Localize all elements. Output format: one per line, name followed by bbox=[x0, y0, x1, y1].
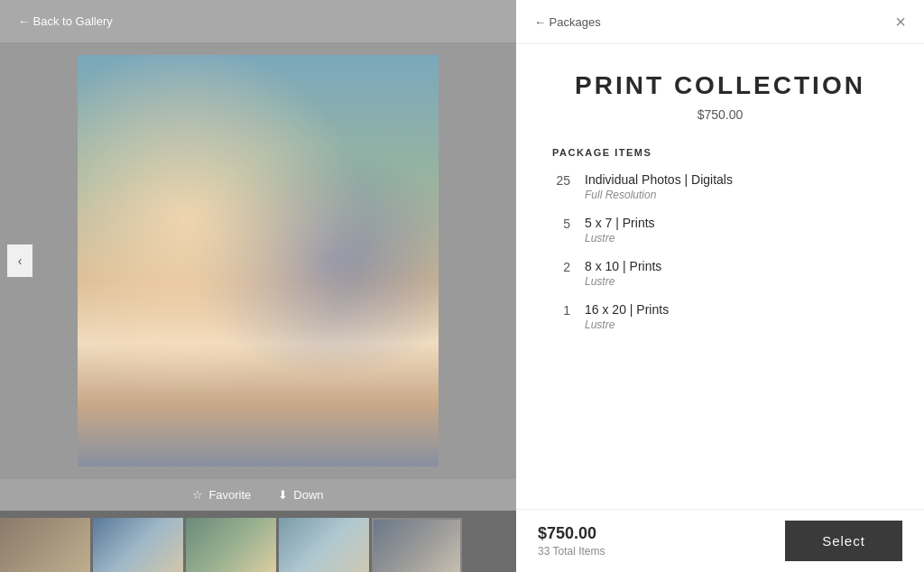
item-details-3: 8 x 10 | Prints Lustre bbox=[585, 259, 888, 288]
favorite-button[interactable]: ☆ Favorite bbox=[192, 488, 251, 502]
back-nav: ← Back to Gallery bbox=[0, 0, 516, 42]
package-item-2: 5 5 x 7 | Prints Lustre bbox=[552, 216, 888, 244]
main-image-area: ‹ bbox=[0, 42, 516, 479]
back-to-gallery-link[interactable]: ← Back to Gallery bbox=[18, 14, 498, 28]
main-photo bbox=[78, 55, 439, 466]
items-list: 25 Individual Photos | Digitals Full Res… bbox=[552, 172, 888, 331]
collection-title: PRINT COLLECTION bbox=[552, 71, 888, 100]
select-button[interactable]: Select bbox=[785, 521, 902, 561]
chevron-left-icon: ‹ bbox=[18, 254, 23, 268]
footer-price: $750.00 bbox=[538, 524, 605, 543]
thumbnail-1[interactable] bbox=[0, 518, 90, 572]
footer-price-info: $750.00 33 Total Items bbox=[538, 524, 605, 558]
thumbnail-5[interactable] bbox=[372, 518, 462, 572]
item-name-1: Individual Photos | Digitals bbox=[585, 172, 888, 187]
panel-content: PRINT COLLECTION $750.00 PACKAGE ITEMS 2… bbox=[516, 44, 924, 509]
package-items-label: PACKAGE ITEMS bbox=[552, 147, 888, 158]
star-icon: ☆ bbox=[192, 488, 203, 502]
download-button[interactable]: ⬇ Down bbox=[278, 488, 323, 502]
item-name-4: 16 x 20 | Prints bbox=[585, 302, 888, 317]
collection-price: $750.00 bbox=[552, 107, 888, 122]
package-item-1: 25 Individual Photos | Digitals Full Res… bbox=[552, 172, 888, 201]
item-qty-1: 25 bbox=[552, 172, 570, 188]
item-sub-1: Full Resolution bbox=[585, 189, 888, 201]
item-sub-4: Lustre bbox=[585, 318, 888, 331]
prev-photo-button[interactable]: ‹ bbox=[7, 244, 32, 277]
item-sub-2: Lustre bbox=[585, 232, 888, 244]
download-icon: ⬇ bbox=[278, 488, 288, 502]
item-qty-3: 2 bbox=[552, 259, 570, 274]
item-qty-2: 5 bbox=[552, 216, 570, 231]
package-item-3: 2 8 x 10 | Prints Lustre bbox=[552, 259, 888, 288]
download-label: Down bbox=[293, 488, 323, 502]
panel-footer: $750.00 33 Total Items Select bbox=[516, 509, 924, 572]
favorite-label: Favorite bbox=[208, 488, 251, 502]
panel-header: ← Packages × bbox=[516, 0, 924, 44]
package-item-4: 1 16 x 20 | Prints Lustre bbox=[552, 302, 888, 331]
item-details-1: Individual Photos | Digitals Full Resolu… bbox=[585, 172, 888, 201]
item-details-2: 5 x 7 | Prints Lustre bbox=[585, 216, 888, 244]
thumbnails-row bbox=[0, 511, 516, 572]
close-button[interactable]: × bbox=[895, 13, 906, 31]
thumbnail-4[interactable] bbox=[279, 518, 369, 572]
action-bar: ☆ Favorite ⬇ Down bbox=[0, 479, 516, 511]
photo-viewer: ← Back to Gallery ‹ ☆ Favorite ⬇ Down bbox=[0, 0, 516, 572]
item-sub-3: Lustre bbox=[585, 275, 888, 288]
item-name-3: 8 x 10 | Prints bbox=[585, 259, 888, 273]
thumbnail-3[interactable] bbox=[186, 518, 276, 572]
item-qty-4: 1 bbox=[552, 302, 570, 318]
footer-total-items: 33 Total Items bbox=[538, 545, 605, 558]
thumbnail-2[interactable] bbox=[93, 518, 183, 572]
package-panel: ← Packages × PRINT COLLECTION $750.00 PA… bbox=[516, 0, 924, 572]
item-name-2: 5 x 7 | Prints bbox=[585, 216, 888, 230]
item-details-4: 16 x 20 | Prints Lustre bbox=[585, 302, 888, 331]
packages-back-link[interactable]: ← Packages bbox=[534, 15, 601, 29]
